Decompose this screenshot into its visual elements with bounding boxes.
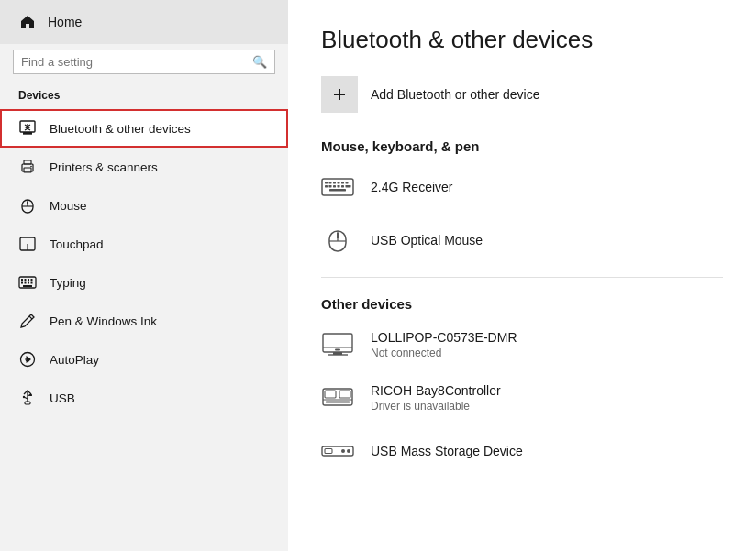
svg-rect-23 [23,285,32,287]
svg-line-24 [29,316,32,319]
svg-rect-49 [329,189,346,192]
svg-point-67 [347,449,350,453]
device-ricoh-status: Driver is unavailable [371,400,501,413]
home-label: Home [48,15,82,29]
sidebar-bluetooth-label: Bluetooth & other devices [50,122,191,136]
svg-rect-46 [338,185,340,188]
search-icon: 🔍 [252,55,267,69]
sidebar-item-home[interactable]: Home [0,0,288,44]
device-item-usb-storage: USB Mass Storage Device [321,435,723,468]
device-ricoh-info: RICOH Bay8Controller Driver is unavailab… [371,383,501,413]
svg-rect-44 [329,185,332,188]
svg-rect-6 [24,160,31,164]
sidebar-item-mouse[interactable]: Mouse [0,186,288,225]
svg-rect-63 [326,402,350,403]
sidebar-item-pen[interactable]: Pen & Windows Ink [0,302,288,340]
page-title: Bluetooth & other devices [321,26,723,54]
svg-rect-65 [325,449,332,454]
mouse-device-icon [321,224,354,257]
sidebar-pen-label: Pen & Windows Ink [50,314,157,328]
svg-rect-48 [346,185,351,188]
autoplay-icon [18,350,37,369]
device-item-ricoh: RICOH Bay8Controller Driver is unavailab… [321,381,723,414]
section-divider [321,277,723,278]
svg-rect-40 [338,182,340,184]
svg-marker-27 [27,356,32,363]
pen-icon [18,312,37,330]
sidebar-item-typing[interactable]: Typing [0,263,288,302]
dmr-device-icon [321,328,354,361]
svg-point-66 [341,449,345,453]
sidebar-typing-label: Typing [50,276,86,290]
sidebar-section-label: Devices [0,83,288,109]
sidebar-usb-label: USB [50,391,75,405]
sidebar-item-touchpad[interactable]: Touchpad [0,225,288,263]
touchpad-icon [18,235,37,253]
svg-rect-62 [339,391,350,398]
sidebar-item-usb[interactable]: USB [0,379,288,417]
svg-rect-58 [335,349,340,351]
svg-rect-18 [31,279,33,281]
search-box[interactable]: 🔍 [13,50,275,74]
sidebar-item-bluetooth[interactable]: Bluetooth & other devices [0,109,288,148]
sidebar-printers-label: Printers & scanners [50,160,158,174]
svg-point-7 [30,166,32,168]
svg-rect-33 [25,402,30,404]
printer-icon [18,158,37,176]
keyboard-device-icon [321,171,354,204]
svg-rect-47 [341,185,344,188]
device-item-lollipop: LOLLIPOP-C0573E-DMR Not connected [321,328,723,361]
sidebar-touchpad-label: Touchpad [50,237,104,251]
add-device-icon [321,76,358,113]
search-input[interactable] [21,55,252,69]
device-lollipop-info: LOLLIPOP-C0573E-DMR Not connected [371,330,517,359]
device-lollipop-name: LOLLIPOP-C0573E-DMR [371,330,517,345]
section-mouse-keyboard: Mouse, keyboard, & pen [321,138,723,257]
controller-device-icon [321,381,354,414]
device-lollipop-status: Not connected [371,347,517,359]
usb-icon-sidebar [18,389,37,407]
svg-rect-41 [341,182,344,184]
svg-rect-20 [25,282,27,284]
svg-rect-16 [25,279,27,281]
device-usb-storage-info: USB Mass Storage Device [371,444,523,458]
device-optical-mouse-name: USB Optical Mouse [371,233,483,248]
bluetooth-icon [18,119,37,138]
sidebar-item-autoplay[interactable]: AutoPlay [0,340,288,379]
svg-rect-43 [325,185,328,188]
svg-rect-30 [29,394,32,396]
svg-rect-17 [28,279,29,281]
main-content: Bluetooth & other devices Add Bluetooth … [288,0,756,551]
svg-rect-38 [329,182,332,184]
section-mouse-keyboard-title: Mouse, keyboard, & pen [321,138,723,154]
sidebar-autoplay-label: AutoPlay [50,353,99,367]
device-receiver-info: 2.4G Receiver [371,180,452,194]
home-icon [18,13,37,31]
svg-rect-22 [31,282,33,284]
add-device-label: Add Bluetooth or other device [371,87,539,102]
device-ricoh-name: RICOH Bay8Controller [371,383,501,398]
sidebar: Home 🔍 Devices Bluetooth & other devices [0,0,288,551]
add-device-button[interactable]: Add Bluetooth or other device [321,76,723,113]
device-receiver-name: 2.4G Receiver [371,180,452,194]
device-item-receiver: 2.4G Receiver [321,171,723,204]
mouse-icon-sidebar [18,196,37,215]
section-other-devices: Other devices LOLLIPOP-C0573E-DMR Not co… [321,296,723,468]
usb-storage-device-icon [321,435,354,468]
svg-rect-21 [28,282,29,284]
svg-rect-61 [325,391,336,398]
svg-rect-39 [333,182,336,184]
sidebar-mouse-label: Mouse [50,199,87,213]
typing-icon [18,273,37,292]
svg-rect-42 [346,182,349,184]
svg-rect-45 [333,185,336,188]
sidebar-item-printers[interactable]: Printers & scanners [0,148,288,186]
device-optical-mouse-info: USB Optical Mouse [371,233,483,248]
svg-rect-19 [21,282,23,284]
svg-rect-15 [21,279,23,281]
svg-point-32 [23,396,25,398]
section-other-devices-title: Other devices [321,296,723,312]
device-item-optical-mouse: USB Optical Mouse [321,224,723,257]
svg-rect-37 [325,182,328,184]
device-usb-storage-name: USB Mass Storage Device [371,444,523,458]
